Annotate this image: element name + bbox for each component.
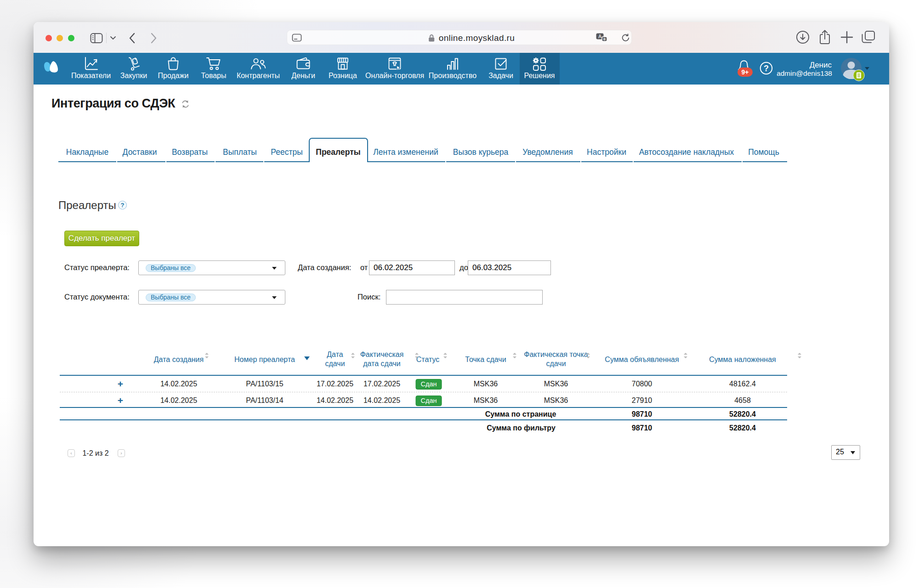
svg-text:✻: ✻ (603, 37, 606, 41)
svg-text:A: A (598, 34, 601, 39)
svg-text:?: ? (764, 64, 769, 73)
